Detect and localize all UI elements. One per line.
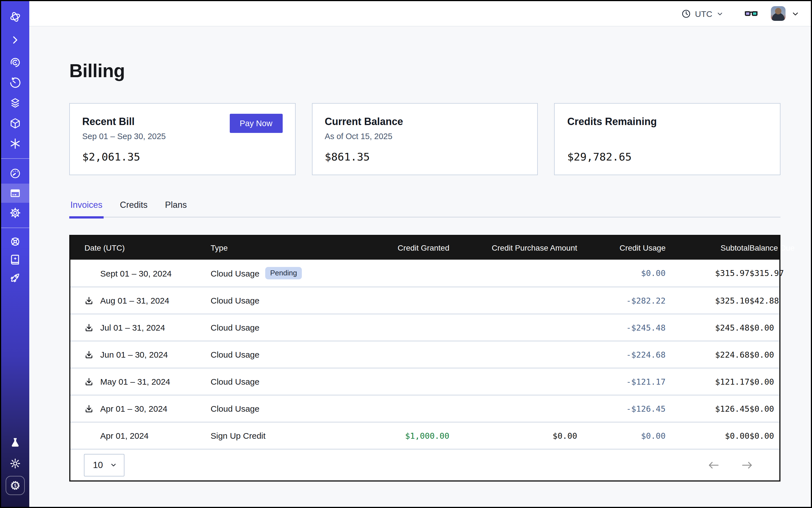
tab-invoices[interactable]: Invoices: [69, 200, 103, 217]
sidebar-item-getting-started[interactable]: [1, 269, 29, 287]
tab-plans[interactable]: Plans: [164, 200, 188, 217]
col-date: Date (UTC): [71, 243, 211, 252]
timezone-selector[interactable]: UTC: [681, 9, 724, 18]
chevron-down-icon: [110, 461, 117, 469]
col-credit-granted: Credit Granted: [317, 243, 450, 252]
invoice-row[interactable]: Sept 01 – 30, 2024 Cloud Usage Pending $…: [71, 260, 779, 287]
credit-granted-value: $1,000.00: [317, 431, 450, 440]
prev-page-button[interactable]: [706, 459, 721, 471]
pagination-controls: [706, 459, 755, 471]
sidebar-spacer: [1, 287, 29, 432]
current-balance-card: Current Balance As of Oct 15, 2025 $861.…: [312, 103, 538, 175]
page-title: Billing: [69, 60, 780, 82]
sidebar-item-credits[interactable]: $: [1, 474, 29, 497]
invoice-row[interactable]: Jun 01 – 30, 2024 Cloud Usage -$224.68 $…: [71, 341, 779, 368]
sidebar-item-packages[interactable]: [1, 113, 29, 133]
sidebar-item-observability[interactable]: [1, 52, 29, 73]
credit-usage-value: -$245.48: [577, 323, 666, 332]
invoice-row[interactable]: May 01 – 31, 2024 Cloud Usage -$121.17 $…: [71, 368, 779, 395]
sun-icon: [9, 457, 22, 470]
card-title: Credits Remaining: [567, 116, 768, 128]
invoice-type: Cloud Usage: [211, 323, 259, 332]
balance-due-value: $42.88: [750, 296, 806, 305]
credits-remaining-amount: $29,782.65: [567, 151, 768, 163]
wheel-icon: [9, 236, 22, 248]
invoice-type: Cloud Usage: [211, 350, 259, 359]
sidebar-divider: [1, 227, 29, 228]
gauge-icon: [9, 167, 22, 180]
tab-credits[interactable]: Credits: [119, 200, 149, 217]
subtotal-value: $315.97: [666, 269, 750, 278]
sidebar-item-labs[interactable]: [1, 432, 29, 453]
card-subtitle: Sep 01 – Sep 30, 2025: [82, 132, 283, 142]
clock-icon: [681, 9, 691, 18]
credit-usage-value: -$121.17: [577, 377, 666, 386]
balance-due-value: $0.00: [750, 377, 801, 386]
billing-page: Billing Recent Bill Sep 01 – Sep 30, 202…: [29, 27, 811, 507]
credit-usage-value: $0.00: [577, 269, 666, 278]
invoices-table: Date (UTC) Type Credit Granted Credit Pu…: [69, 235, 780, 481]
balance-due-value: $315.97: [750, 269, 811, 278]
recent-bill-card: Recent Bill Sep 01 – Sep 30, 2025 $2,061…: [69, 103, 295, 175]
arrow-left-icon: [707, 460, 720, 469]
col-credit-usage: Credit Usage: [577, 243, 666, 252]
sidebar-item-theme[interactable]: [1, 453, 29, 474]
next-page-button[interactable]: [740, 459, 755, 471]
invoice-row[interactable]: Apr 01, 2024 Sign Up Credit $1,000.00 $0…: [71, 422, 779, 449]
chevron-right-icon: [9, 34, 22, 46]
dollar-badge-icon: $: [9, 479, 22, 492]
invoice-row[interactable]: Aug 01 – 31, 2024 Cloud Usage -$282.22 $…: [71, 287, 779, 314]
credits-button[interactable]: $: [6, 476, 25, 495]
download-icon[interactable]: [84, 404, 93, 413]
credit-usage-value: -$282.22: [577, 296, 666, 305]
page-size-select[interactable]: 10: [84, 454, 124, 476]
status-badge: Pending: [265, 267, 302, 279]
credit-purchase-value: $0.00: [450, 431, 577, 440]
sidebar-item-docs[interactable]: [1, 251, 29, 269]
sidebar-item-history[interactable]: [1, 73, 29, 93]
download-icon[interactable]: [84, 296, 93, 305]
observe-spiral-icon: [9, 56, 22, 69]
current-balance-amount: $861.35: [325, 151, 525, 163]
credit-usage-value: $0.00: [577, 431, 666, 440]
balance-due-value: $0.00: [750, 431, 801, 440]
download-icon[interactable]: [84, 377, 93, 386]
invoice-type: Sign Up Credit: [211, 431, 265, 440]
sidebar-item-usage[interactable]: [1, 163, 29, 183]
sidebar-item-services[interactable]: [1, 133, 29, 154]
invoice-type: Cloud Usage: [211, 268, 259, 278]
download-icon[interactable]: [84, 350, 93, 359]
col-credit-purchase-amount: Credit Purchase Amount: [450, 243, 577, 252]
sidebar: $: [1, 1, 29, 507]
pay-now-button[interactable]: Pay Now: [229, 114, 283, 133]
balance-due-value: $0.00: [750, 323, 801, 332]
sidebar-item-logo[interactable]: [1, 7, 29, 27]
flask-icon: [9, 436, 22, 449]
user-avatar[interactable]: [771, 6, 785, 21]
rocket-icon: [9, 271, 22, 284]
glasses-icon[interactable]: [744, 6, 759, 21]
recent-bill-amount: $2,061.35: [82, 151, 283, 163]
sidebar-item-support[interactable]: [1, 232, 29, 251]
invoice-date: Jun 01 – 30, 2024: [100, 350, 168, 359]
sidebar-item-settings[interactable]: [1, 203, 29, 223]
col-type: Type: [211, 243, 317, 252]
card-title: Current Balance: [325, 116, 525, 128]
layers-icon: [9, 97, 22, 109]
download-icon[interactable]: [84, 323, 93, 332]
credit-usage-value: -$224.68: [577, 350, 666, 359]
sidebar-item-collapse[interactable]: [1, 30, 29, 50]
invoice-row[interactable]: Jul 01 – 31, 2024 Cloud Usage -$245.48 $…: [71, 314, 779, 341]
invoice-date: Apr 01, 2024: [100, 431, 149, 440]
sidebar-item-layers[interactable]: [1, 93, 29, 113]
docs-book-icon: [9, 253, 22, 266]
invoice-date: Jul 01 – 31, 2024: [100, 323, 165, 332]
invoice-date: Apr 01 – 30, 2024: [100, 404, 168, 413]
chevron-down-icon[interactable]: [791, 9, 800, 18]
table-footer: 10: [71, 449, 779, 480]
card-subtitle: As of Oct 15, 2025: [325, 132, 525, 142]
app-window: $ UTC: [0, 0, 812, 508]
invoice-row[interactable]: Apr 01 – 30, 2024 Cloud Usage -$126.45 $…: [71, 395, 779, 422]
balance-due-value: $0.00: [750, 404, 801, 413]
sidebar-item-billing[interactable]: [1, 183, 29, 203]
